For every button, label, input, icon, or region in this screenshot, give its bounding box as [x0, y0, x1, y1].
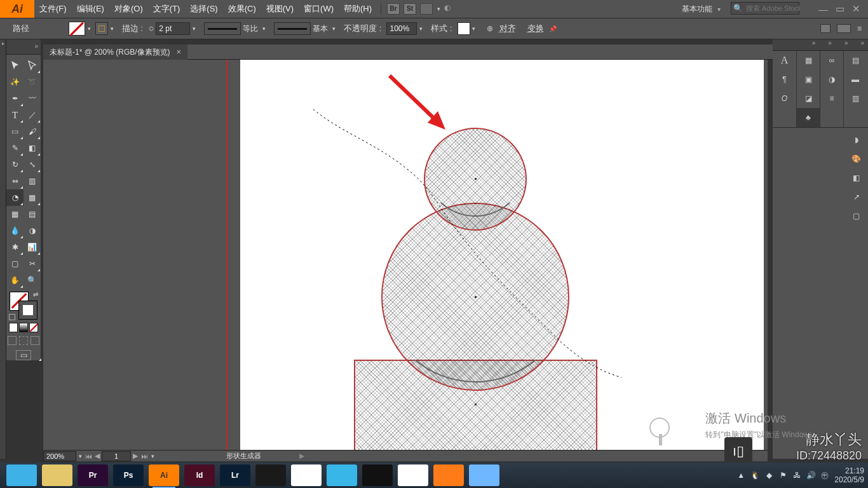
taskbar-app[interactable]: Lr: [220, 464, 250, 486]
transform-panel-icon[interactable]: ▣: [797, 70, 820, 89]
asset-export-panel-icon[interactable]: ↗: [844, 187, 868, 207]
chevron-down-icon[interactable]: ▾: [76, 453, 84, 459]
paintbrush-tool[interactable]: 🖌: [24, 123, 41, 140]
gradient-tool[interactable]: ▤: [24, 206, 41, 222]
draw-behind[interactable]: [19, 336, 28, 345]
color-mode-gradient[interactable]: [19, 323, 28, 332]
stroke-profile-preview[interactable]: [204, 22, 241, 35]
artboard[interactable]: [240, 60, 764, 450]
isolate-icon[interactable]: [820, 24, 831, 33]
menu-effect[interactable]: 效果(C): [223, 0, 261, 18]
swap-fill-stroke-icon[interactable]: ⇄: [33, 291, 38, 298]
color-panel-icon[interactable]: 🎨: [844, 149, 868, 168]
menu-window[interactable]: 窗口(W): [299, 0, 339, 18]
line-tool[interactable]: ／: [24, 107, 41, 123]
type-tool[interactable]: T: [6, 107, 24, 123]
collapse-icon[interactable]: »: [860, 39, 864, 50]
taskbar-app[interactable]: [433, 464, 464, 486]
artboards-panel-icon[interactable]: ▢: [844, 207, 868, 226]
color-mode-solid[interactable]: [9, 323, 18, 332]
lasso-tool[interactable]: ➰: [24, 74, 41, 90]
stroke-swatch[interactable]: [95, 22, 108, 35]
tray-app-icon[interactable]: ◆: [764, 471, 773, 480]
chevron-down-icon[interactable]: ▾: [85, 25, 93, 32]
swatches-panel-icon[interactable]: ▤: [844, 51, 867, 70]
character-panel-icon[interactable]: A: [773, 51, 796, 70]
fill-swatch[interactable]: [69, 22, 85, 36]
rectangle-tool[interactable]: ▭: [6, 123, 24, 140]
taskbar-app[interactable]: Ai: [149, 464, 179, 486]
taskbar-app[interactable]: Id: [184, 464, 215, 486]
close-button[interactable]: ✕: [852, 3, 860, 15]
menu-view[interactable]: 视图(V): [261, 0, 299, 18]
artboard-tool[interactable]: ▢: [6, 255, 24, 272]
align-panel-icon[interactable]: [837, 24, 851, 33]
pen-tool[interactable]: ✒: [6, 90, 24, 107]
anchor-point[interactable]: [475, 403, 477, 405]
selection-tool[interactable]: [6, 57, 24, 74]
transform-link[interactable]: 变换: [527, 23, 544, 34]
tools-panel-header[interactable]: »: [6, 39, 41, 55]
chevron-down-icon[interactable]: ▾: [330, 25, 337, 32]
align-link[interactable]: 对齐: [499, 23, 516, 34]
chevron-down-icon[interactable]: ▾: [260, 25, 268, 32]
graph-tool[interactable]: 📊: [24, 239, 41, 255]
taskbar-app[interactable]: [255, 464, 286, 486]
paragraph-panel-icon[interactable]: ¶: [773, 70, 796, 89]
taskbar-app[interactable]: Pr: [78, 464, 108, 486]
tray-volume-icon[interactable]: 🔊: [806, 471, 815, 480]
tray-network-icon[interactable]: 🖧: [792, 471, 801, 480]
menu-object[interactable]: 对象(O): [109, 0, 148, 18]
stroke-indicator[interactable]: [18, 301, 37, 320]
taskbar-app[interactable]: [362, 464, 393, 486]
scale-tool[interactable]: ⤡: [24, 156, 41, 173]
symbol-sprayer-tool[interactable]: ✱: [6, 239, 24, 255]
chevron-down-icon[interactable]: ▾: [417, 25, 424, 32]
brush-preview[interactable]: [274, 22, 311, 35]
menu-select[interactable]: 选择(S): [185, 0, 222, 18]
taskbar-app[interactable]: [469, 464, 499, 486]
gpu-icon[interactable]: ◐: [444, 3, 457, 15]
taskbar-app[interactable]: [291, 464, 322, 486]
mesh-tool[interactable]: ▦: [6, 206, 24, 222]
free-transform-tool[interactable]: ▥: [24, 173, 41, 189]
stock-search[interactable]: 🔍: [731, 2, 799, 15]
slice-tool[interactable]: ✂: [24, 255, 41, 272]
transform-pin-icon[interactable]: 📌: [549, 25, 557, 32]
magic-wand-tool[interactable]: ✨: [6, 74, 24, 90]
last-artboard-icon[interactable]: ⏭: [140, 452, 149, 460]
maximize-button[interactable]: ▭: [836, 3, 844, 15]
windows-taskbar[interactable]: PrPsAiIdLr ▲ 🐧 ◆ ⚑ 🖧 🔊 ㊥ 21:19 2020/5/9: [0, 463, 868, 488]
opentype-panel-icon[interactable]: O: [773, 89, 796, 108]
chevron-down-icon[interactable]: ▾: [435, 6, 442, 12]
curvature-tool[interactable]: 〰: [24, 90, 41, 107]
stroke-panel-icon[interactable]: ≡: [820, 89, 844, 108]
hand-tool[interactable]: ✋: [6, 272, 24, 288]
menu-help[interactable]: 帮助(H): [339, 0, 377, 18]
default-fill-stroke-icon[interactable]: [9, 314, 15, 320]
taskbar-app[interactable]: [42, 464, 72, 486]
prev-artboard-icon[interactable]: ◀: [93, 452, 102, 460]
libraries-panel-icon[interactable]: ∞: [820, 51, 844, 70]
next-artboard-icon[interactable]: ▶: [131, 452, 140, 460]
anchor-point[interactable]: [475, 296, 477, 298]
status-disclosure-icon[interactable]: ▶: [299, 452, 304, 460]
ruler-guide-vertical[interactable]: [226, 60, 227, 450]
blend-tool[interactable]: ◑: [24, 222, 41, 239]
menu-type[interactable]: 文字(T): [148, 0, 186, 18]
style-swatch[interactable]: [458, 22, 470, 35]
chevron-down-icon[interactable]: ▾: [149, 453, 156, 459]
perspective-grid-tool[interactable]: ▦: [24, 189, 41, 206]
fill-stroke-indicator[interactable]: ⇄: [10, 292, 37, 320]
recolor-icon[interactable]: ⊕: [487, 24, 493, 33]
first-artboard-icon[interactable]: ⏮: [84, 452, 93, 460]
close-icon[interactable]: ×: [177, 44, 182, 60]
direct-selection-tool[interactable]: [24, 57, 41, 74]
tray-flag-icon[interactable]: ⚑: [778, 471, 787, 480]
brushes-panel-icon[interactable]: ▬: [844, 70, 867, 89]
gradient-panel-icon[interactable]: ▥: [844, 89, 867, 108]
document-tab[interactable]: 未标题-1* @ 200% (RGB/像素预览) ×: [43, 44, 187, 60]
shape-builder-tool[interactable]: ◔: [6, 189, 24, 206]
width-tool[interactable]: ⇔: [6, 173, 24, 189]
color-mode-none[interactable]: [29, 323, 38, 332]
